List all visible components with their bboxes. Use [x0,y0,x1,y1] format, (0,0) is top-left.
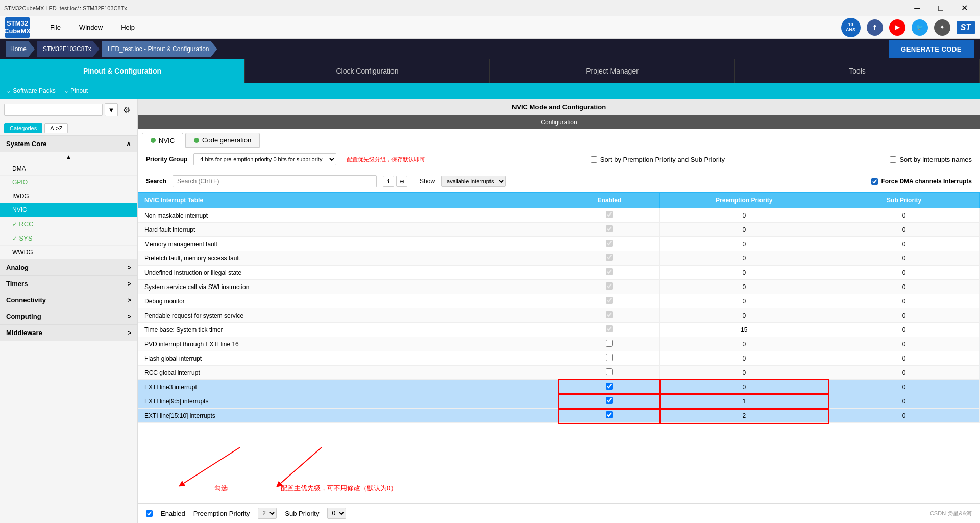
interrupt-enabled-cell[interactable] [559,366,660,380]
search-input[interactable] [4,104,103,116]
interrupt-sub-cell: 0 [828,351,980,366]
interrupt-enabled-cell[interactable] [559,237,660,251]
sidebar-item-nvic[interactable]: NVIC [0,203,137,217]
interrupt-enabled-checkbox[interactable] [606,297,613,304]
sidebar-item-sys[interactable]: ✓ SYS [0,231,137,246]
interrupt-enabled-checkbox[interactable] [606,254,613,261]
search-add-icon[interactable]: ⊕ [396,176,407,187]
anniversary-badge: 10ANS [841,18,861,37]
tab-tools[interactable]: Tools [735,59,980,83]
sidebar-category-system-core[interactable]: System Core ∧ [0,136,137,152]
filter-categories-button[interactable]: Categories [4,123,42,133]
interrupt-enabled-checkbox[interactable] [606,282,613,290]
filter-az-button[interactable]: A->Z [44,123,68,133]
interrupt-enabled-cell[interactable] [559,251,660,266]
interrupt-enabled-cell[interactable] [559,380,660,394]
breadcrumb-chip[interactable]: STM32F103C8Tx [37,41,100,57]
bottom-preemption-select[interactable]: 2 [258,508,277,519]
interrupt-enabled-cell[interactable] [559,409,660,423]
sort-premption-checkbox[interactable] [591,156,597,163]
logo-text: STM32 CubeMX [4,20,31,35]
search-info-icon[interactable]: ℹ [383,176,394,187]
sidebar-category-connectivity[interactable]: Connectivity > [0,292,137,308]
priority-group-row: Priority Group 4 bits for pre-emption pr… [138,148,980,171]
interrupt-enabled-cell[interactable] [559,323,660,337]
sort-interrupts-checkbox[interactable] [890,156,896,163]
interrupt-enabled-cell[interactable] [559,351,660,366]
interrupt-enabled-checkbox[interactable] [606,225,613,232]
annotation-area: 勾选 配置主优先级，可不用修改（默认为0） [138,442,980,503]
sidebar-category-computing[interactable]: Computing > [0,308,137,325]
interrupt-enabled-cell[interactable] [559,337,660,351]
network-icon[interactable]: ✦ [934,19,950,36]
table-row: Time base: System tick timer150 [138,323,980,337]
menu-file[interactable]: File [42,19,69,35]
interrupt-enabled-cell[interactable] [559,308,660,323]
facebook-icon[interactable]: f [867,19,883,36]
bottom-status: Enabled Preemption Priority 2 Sub Priori… [138,503,980,523]
force-dma-checkbox[interactable] [871,178,878,185]
bottom-enabled-checkbox[interactable] [146,510,153,517]
interrupt-enabled-checkbox[interactable] [606,211,613,218]
interrupt-sub-cell: 0 [828,366,980,380]
interrupt-enabled-checkbox[interactable] [606,340,613,347]
interrupt-enabled-checkbox[interactable] [606,325,613,332]
youtube-icon[interactable]: ▶ [889,19,905,36]
tab-project-manager[interactable]: Project Manager [490,59,735,83]
interrupt-enabled-checkbox[interactable] [606,240,613,247]
table-row: PVD interrupt through EXTI line 1600 [138,337,980,351]
search-icon-group: ℹ ⊕ [383,176,407,187]
sidebar-item-iwdg[interactable]: IWDG [0,189,137,203]
sidebar-item-dma[interactable]: DMA [0,162,137,176]
maximize-button[interactable]: □ [929,0,952,16]
interrupt-enabled-checkbox[interactable] [606,397,613,404]
interrupt-name-cell: Hard fault interrupt [138,223,559,237]
twitter-icon[interactable]: 🐦 [912,19,928,36]
interrupt-enabled-checkbox[interactable] [606,311,613,318]
config-tab-code-gen[interactable]: Code generation [185,133,260,148]
sidebar-item-gpio[interactable]: GPIO [0,176,137,189]
breadcrumb-file[interactable]: LED_test.ioc - Pinout & Configuration [102,41,217,57]
bottom-sub-select[interactable]: 0 [327,508,346,519]
interrupt-enabled-checkbox[interactable] [606,411,613,418]
priority-group-select[interactable]: 4 bits for pre-emption priority 0 bits f… [193,153,336,165]
interrupt-preemption-cell: 0 [660,280,828,294]
close-button[interactable]: ✕ [952,0,976,16]
tab-pinout-configuration[interactable]: Pinout & Configuration [0,59,245,83]
minimize-button[interactable]: ─ [905,0,929,16]
search-button[interactable]: ▼ [105,103,118,116]
interrupt-enabled-cell[interactable] [559,208,660,223]
interrupt-enabled-checkbox[interactable] [606,368,613,375]
search-field[interactable] [173,175,377,187]
interrupt-enabled-cell[interactable] [559,223,660,237]
main-panel: NVIC Mode and Configuration Configuratio… [138,99,980,523]
sidebar-category-timers[interactable]: Timers > [0,276,137,292]
sidebar-category-analog[interactable]: Analog > [0,259,137,276]
titlebar-info: STM32CubeMX LED_test.ioc*: STM32F103C8Tx [4,5,127,11]
config-tab-nvic[interactable]: NVIC [142,133,183,148]
interrupt-enabled-checkbox[interactable] [606,268,613,275]
breadcrumb-home[interactable]: Home [6,41,35,57]
sidebar-item-wwdg[interactable]: WWDG [0,246,137,259]
interrupt-sub-cell: 0 [828,237,980,251]
titlebar: STM32CubeMX LED_test.ioc*: STM32F103C8Tx… [0,0,980,16]
show-select[interactable]: available interrupts [441,176,506,187]
interrupt-enabled-cell[interactable] [559,280,660,294]
interrupt-preemption-cell: 0 [660,351,828,366]
scroll-up-arrow[interactable]: ▲ [0,152,137,162]
generate-code-button[interactable]: GENERATE CODE [889,40,974,58]
menu-help[interactable]: Help [113,19,143,35]
interrupt-enabled-checkbox[interactable] [606,354,613,361]
interrupt-enabled-checkbox[interactable] [606,383,613,390]
sidebar-item-rcc[interactable]: ✓ RCC [0,217,137,231]
sub-tab-software-packs[interactable]: ⌄ Software Packs [6,87,56,94]
sub-tab-pinout[interactable]: ⌄ Pinout [64,87,88,94]
sidebar-category-middleware[interactable]: Middleware > [0,325,137,341]
interrupt-enabled-cell[interactable] [559,266,660,280]
tab-clock-configuration[interactable]: Clock Configuration [245,59,490,83]
interrupt-enabled-cell[interactable] [559,394,660,409]
settings-gear-icon[interactable]: ⚙ [120,103,133,116]
menu-window[interactable]: Window [71,19,111,35]
interrupt-sub-cell: 0 [828,337,980,351]
interrupt-enabled-cell[interactable] [559,294,660,308]
